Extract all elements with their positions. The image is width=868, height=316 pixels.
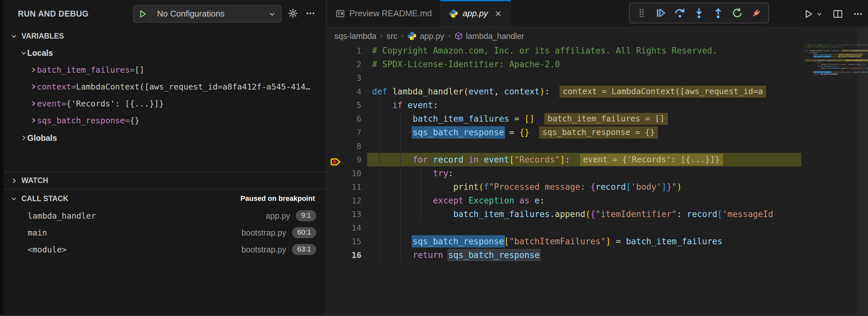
breadcrumb-item-src[interactable]: src <box>386 31 397 41</box>
line-content[interactable]: batch_item_failures = []batch_item_failu… <box>367 112 801 126</box>
gutter-line-16[interactable]: 16 <box>327 250 367 260</box>
continue-button[interactable] <box>654 6 668 20</box>
code-line-1[interactable]: 1# Copyright Amazon.com, Inc. or its aff… <box>327 44 801 57</box>
line-content[interactable]: return sqs_batch_response <box>367 248 801 262</box>
chevron-right-icon[interactable] <box>30 66 37 73</box>
gutter-line-2[interactable]: 2 <box>327 60 367 69</box>
variable-row-sqs_batch_response[interactable]: sqs_batch_response = {} <box>3 112 326 128</box>
gutter-line-11[interactable]: 11 <box>327 182 367 192</box>
code-line-15[interactable]: 15 sqs_batch_response["batchItemFailures… <box>327 234 801 248</box>
variables-section-header[interactable]: VARIABLES <box>3 29 326 43</box>
step-into-button[interactable] <box>692 6 706 20</box>
gutter-line-8[interactable]: 8 <box>327 141 367 151</box>
call-stack-frame[interactable]: mainbootstrap.py60:1 <box>3 224 326 241</box>
chevron-right-icon[interactable] <box>20 134 27 141</box>
chevron-down-icon[interactable] <box>10 195 18 202</box>
drag-handle[interactable] <box>634 6 649 20</box>
line-content[interactable] <box>367 139 801 153</box>
code-line-11[interactable]: 11 print(f"Processed message: {record['b… <box>327 180 801 194</box>
gutter-line-10[interactable]: 10 <box>327 169 367 178</box>
breadcrumb-item-app-py[interactable]: app.py <box>407 31 444 41</box>
code-editor[interactable]: 1# Copyright Amazon.com, Inc. or its aff… <box>327 44 801 316</box>
gutter-line-15[interactable]: 15 <box>327 237 367 246</box>
call-stack-frame[interactable]: lambda_handlerapp.py9:1 <box>3 208 326 224</box>
line-number: 15 <box>351 237 361 246</box>
tab-app-py[interactable]: app.py <box>440 0 511 27</box>
chevron-right-icon[interactable] <box>30 117 37 124</box>
restart-button[interactable] <box>730 6 744 20</box>
breakpoint-current-arrow-icon[interactable] <box>329 157 342 167</box>
code-line-6[interactable]: 6 batch_item_failures = []batch_item_fai… <box>327 112 801 126</box>
chevron-down-icon[interactable] <box>10 32 18 39</box>
tab-preview-readme-md[interactable]: Preview README.md <box>327 0 440 27</box>
line-content[interactable] <box>367 71 801 85</box>
debug-configuration-dropdown[interactable]: No Configurations <box>133 5 282 23</box>
call-stack-section-header[interactable]: CALL STACK Paused on breakpoint <box>3 190 326 207</box>
start-debugging-button[interactable] <box>134 5 152 22</box>
disconnect-button[interactable] <box>749 6 764 20</box>
code-line-7[interactable]: 7 sqs_batch_response = {}sqs_batch_respo… <box>327 126 801 139</box>
call-stack-frame[interactable]: <module>bootstrap.py63:1 <box>3 242 326 258</box>
chevron-right-icon[interactable] <box>30 83 37 90</box>
code-line-14[interactable]: 14 <box>327 221 801 234</box>
more-actions-button[interactable] <box>853 9 863 19</box>
line-content[interactable]: try: <box>367 166 801 180</box>
code-line-16[interactable]: 16 return sqs_batch_response <box>327 248 801 262</box>
close-icon[interactable] <box>494 10 502 18</box>
gutter-line-9[interactable]: 9 <box>327 155 367 164</box>
step-out-button[interactable] <box>711 6 725 20</box>
line-number: 3 <box>356 73 361 83</box>
variable-row-event[interactable]: event = {'Records': [{...}]} <box>3 95 326 112</box>
chevron-down-icon[interactable] <box>20 49 27 57</box>
gutter-line-13[interactable]: 13 <box>327 210 367 219</box>
line-content[interactable]: print(f"Processed message: {record['body… <box>367 180 801 194</box>
gutter-line-4[interactable]: 4 <box>327 87 367 96</box>
gutter-line-5[interactable]: 5 <box>327 101 367 110</box>
run-python-file-button[interactable] <box>804 9 823 19</box>
line-content[interactable]: def lambda_handler(event, context):conte… <box>367 85 801 98</box>
variable-row-context[interactable]: context = LambdaContext([aws_request_id=… <box>3 78 326 95</box>
line-content[interactable]: # Copyright Amazon.com, Inc. or its affi… <box>367 44 801 57</box>
code-line-13[interactable]: 13 batch_item_failures.append({"itemIden… <box>327 207 801 221</box>
code-line-12[interactable]: 12 except Exception as e: <box>327 194 801 207</box>
split-editor-button[interactable] <box>833 9 843 19</box>
gutter-line-3[interactable]: 3 <box>327 73 367 83</box>
section-divider <box>3 172 326 172</box>
scope-row-locals[interactable]: Locals <box>3 45 326 61</box>
line-content[interactable]: sqs_batch_response["batchItemFailures"] … <box>367 234 801 248</box>
run-dropdown[interactable] <box>816 11 823 17</box>
gutter-line-12[interactable]: 12 <box>327 196 367 206</box>
line-number: 8 <box>356 141 361 151</box>
gutter-line-7[interactable]: 7 <box>327 128 367 137</box>
variable-row-batch_item_failures[interactable]: batch_item_failures = [] <box>3 62 326 78</box>
line-content[interactable]: except Exception as e: <box>367 194 801 207</box>
more-actions-icon[interactable] <box>306 8 315 18</box>
gutter-line-6[interactable]: 6 <box>327 114 367 124</box>
chevron-right-icon[interactable] <box>30 100 37 107</box>
line-content[interactable]: for record in event["Records"]:event = {… <box>367 153 801 166</box>
code-line-9[interactable]: 9 for record in event["Records"]:event =… <box>327 153 801 166</box>
gutter-line-14[interactable]: 14 <box>327 223 367 232</box>
scope-row-globals[interactable]: Globals <box>3 130 326 146</box>
code-line-4[interactable]: 4def lambda_handler(event, context):cont… <box>327 85 801 98</box>
chevron-right-icon[interactable] <box>10 177 18 184</box>
code-line-2[interactable]: 2# SPDX-License-Identifier: Apache-2.0 <box>327 57 801 71</box>
line-content[interactable] <box>367 221 801 234</box>
gear-icon[interactable] <box>288 8 298 18</box>
watch-section-header[interactable]: WATCH <box>3 173 326 188</box>
line-content[interactable]: if event: <box>367 98 801 112</box>
code-line-3[interactable]: 3 <box>327 71 801 85</box>
editor-scrollbar[interactable] <box>857 28 868 316</box>
step-over-button[interactable] <box>673 6 687 20</box>
window-left-edge <box>0 0 3 316</box>
code-line-8[interactable]: 8 <box>327 139 801 153</box>
breadcrumb-item-sqs-lambda[interactable]: sqs-lambda <box>334 31 376 41</box>
line-content[interactable]: # SPDX-License-Identifier: Apache-2.0 <box>367 57 801 71</box>
line-content[interactable]: batch_item_failures.append({"itemIdentif… <box>367 207 801 221</box>
code-line-5[interactable]: 5 if event: <box>327 98 801 112</box>
gutter-line-1[interactable]: 1 <box>327 46 367 56</box>
line-content[interactable]: sqs_batch_response = {}sqs_batch_respons… <box>367 126 801 139</box>
code-line-10[interactable]: 10 try: <box>327 166 801 180</box>
line-number: 4 <box>356 87 361 96</box>
breadcrumb-item-lambda-handler[interactable]: lambda_handler <box>455 31 524 41</box>
